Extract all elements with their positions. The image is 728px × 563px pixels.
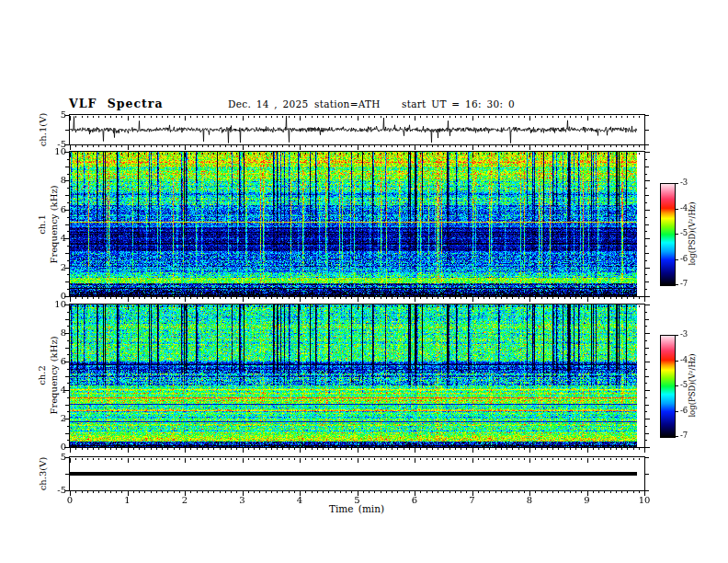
station-label: station=ATH [314, 99, 381, 110]
x-tick-label: 3 [231, 495, 255, 505]
ch2-colorbar [660, 335, 676, 438]
ch3-waveform-panel [69, 456, 645, 491]
x-tick-label: 6 [403, 495, 427, 505]
ch1-waveform-canvas [70, 115, 644, 144]
colorbar-tick-label: -4 [680, 356, 688, 364]
ch1-wave-ytick-label: 5 [39, 109, 66, 120]
ch2-spec-ytick-label: 8 [39, 327, 66, 338]
colorbar-tick-label: -5 [680, 381, 688, 389]
ch1-colorbar [660, 183, 676, 286]
ch1-spec-ytick-label: 8 [39, 175, 66, 185]
x-tick-label: 5 [346, 495, 370, 505]
x-tick-label: 2 [173, 495, 197, 505]
ch1-spec-ytick-label: 4 [39, 233, 66, 243]
ch2-spectrogram-panel [69, 304, 645, 448]
ch1-waveform-panel [69, 114, 645, 145]
ch1-spectrogram-canvas [70, 152, 644, 296]
colorbar-tick-label: -7 [680, 280, 688, 288]
x-tick-label: 1 [116, 495, 140, 505]
ch2-spec-axis-label-line2: Frequency (kHz) [49, 336, 59, 414]
colorbar-tick [675, 183, 678, 184]
ch1-colorbar-label: log(PSD)(V²/Hz) [688, 201, 697, 265]
ch2-spec-ytick-label: 10 [39, 299, 66, 309]
ch2-spec-ytick-label: 6 [39, 356, 66, 366]
ch2-spec-ytick-label: 4 [39, 385, 66, 395]
vlf-spectra-figure: VLF Spectra Dec. 14 , 2025 station=ATH s… [0, 0, 728, 563]
x-tick-label: 0 [58, 495, 82, 505]
x-tick-label: 4 [288, 495, 312, 505]
figure-title: VLF Spectra [69, 98, 164, 110]
colorbar-tick [675, 284, 678, 285]
ch1-spec-ytick-label: 6 [39, 204, 66, 214]
ch1-spec-ytick-label: 10 [39, 146, 66, 156]
colorbar-tick [675, 436, 678, 437]
ch2-spec-ytick-label: 2 [39, 413, 66, 423]
x-tick-label: 8 [518, 495, 541, 505]
ch2-colorbar-label: log(PSD)(V²/Hz) [688, 353, 697, 417]
ch2-spec-axis-label-line1: ch.2 [37, 365, 47, 385]
colorbar-tick [675, 234, 678, 235]
ch1-spec-axis-label-line1: ch.1 [37, 214, 47, 235]
colorbar-tick [675, 385, 678, 386]
ch1-spec-axis-label-line2: Frequency (kHz) [49, 185, 59, 263]
colorbar-tick-label: -3 [680, 178, 688, 187]
ch1-spec-ytick-label: 2 [39, 262, 66, 272]
colorbar-tick-label: -6 [680, 407, 688, 415]
date-label: Dec. 14 , 2025 [228, 99, 308, 110]
x-tick-label: 7 [461, 495, 484, 505]
colorbar-tick [675, 411, 678, 412]
x-tick-label: 10 [632, 495, 656, 505]
colorbar-tick-label: -4 [680, 204, 688, 213]
colorbar-tick-label: -5 [680, 229, 688, 237]
colorbar-tick-label: -6 [680, 255, 688, 263]
colorbar-tick [675, 209, 678, 210]
colorbar-tick [675, 335, 678, 336]
x-tick-label: 9 [575, 495, 599, 505]
time-axis-label: Time (min) [329, 504, 384, 515]
ch2-spec-ytick-label: 0 [39, 442, 66, 452]
colorbar-tick [675, 259, 678, 260]
ch1-spectrogram-panel [69, 151, 645, 297]
colorbar-tick [675, 361, 678, 362]
ch3-wave-ytick-label: -5 [39, 485, 66, 495]
ch3-wave-ytick-label: 5 [39, 452, 66, 462]
ch3-waveform-canvas [70, 457, 644, 490]
colorbar-tick-label: -3 [680, 330, 688, 339]
ch2-spectrogram-canvas [70, 304, 644, 447]
start-ut-label: start UT = 16: 30: 0 [402, 99, 515, 110]
colorbar-tick-label: -7 [680, 431, 688, 440]
